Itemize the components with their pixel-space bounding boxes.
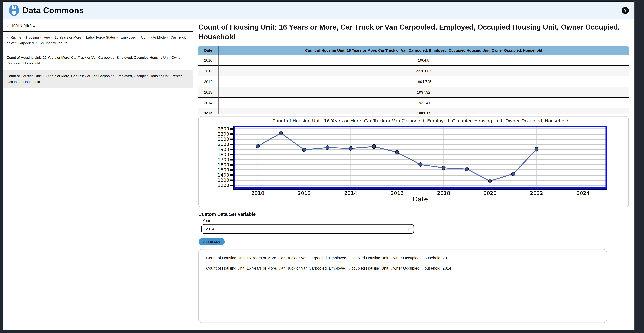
table-cell-date: 2012 <box>198 76 218 87</box>
svg-text:1700: 1700 <box>218 157 229 162</box>
table-row: 20112220.067 <box>198 65 629 76</box>
breadcrumb-segment[interactable]: Labor Force Status <box>86 35 117 39</box>
sidebar-variable-item[interactable]: Count of Housing Unit: 16 Years or More,… <box>3 70 192 88</box>
table-cell-date: 2015 <box>198 108 218 114</box>
breadcrumb-chevron-icon: < <box>35 41 38 45</box>
added-csv-item[interactable]: Count of Housing Unit: 16 Years or More,… <box>199 253 606 263</box>
added-csv-item[interactable]: Count of Housing Unit: 16 Years or More,… <box>199 263 606 273</box>
main-menu-label: MAIN MENU <box>12 23 36 27</box>
breadcrumb-segment[interactable]: 16 Years or More <box>55 35 82 39</box>
breadcrumb-chevron-icon: < <box>83 35 86 39</box>
sidebar-divider <box>3 31 192 32</box>
breadcrumb-segment[interactable]: Occupancy Tenure <box>38 41 68 45</box>
question-mark-icon: ? <box>624 8 626 13</box>
breadcrumb: < Racine < Housing < Age < 16 Years or M… <box>3 34 192 46</box>
table-header-date: Date <box>198 46 218 55</box>
table-row: 20131937.32 <box>198 87 629 97</box>
svg-text:Date: Date <box>413 196 428 203</box>
svg-text:2020: 2020 <box>484 190 496 196</box>
table-cell-value: 1937.32 <box>218 87 629 97</box>
custom-dataset-heading: Custom Data Set Variable <box>198 212 629 217</box>
app-window: Data Commons ? ← MAIN MENU < Racine < Ho… <box>3 1 634 331</box>
table-row: 20121894.725 <box>198 76 629 87</box>
table-cell-value: 1958.34 <box>218 108 629 114</box>
table-row: 20151958.34 <box>198 108 629 114</box>
data-table-scroll-area[interactable]: Date Count of Housing Unit: 16 Years or … <box>198 46 629 114</box>
breadcrumb-segment[interactable]: Housing <box>26 35 40 39</box>
data-commons-logo-icon <box>8 4 19 16</box>
svg-text:2016: 2016 <box>390 190 404 196</box>
table-row: 20141921.41 <box>198 97 629 108</box>
svg-text:2000: 2000 <box>218 142 229 147</box>
sidebar-variable-item[interactable]: Count of Housing Unit: 16 Years or More,… <box>3 51 192 70</box>
breadcrumb-chevron-icon: < <box>40 35 43 39</box>
table-cell-value: 1921.41 <box>218 97 629 108</box>
sidebar: ← MAIN MENU < Racine < Housing < Age < 1… <box>3 19 193 330</box>
table-cell-date: 2013 <box>198 87 218 97</box>
page-title: Count of Housing Unit: 16 Years or More,… <box>198 22 629 42</box>
header: Data Commons ? <box>3 2 634 19</box>
add-to-csv-button[interactable]: Add to CSV <box>199 238 225 246</box>
table-header-variable: Count of Housing Unit: 16 Years or More,… <box>218 46 629 55</box>
breadcrumb-chevron-icon: < <box>23 35 26 39</box>
table-row: 20101964.8 <box>198 55 629 65</box>
breadcrumb-chevron-icon: < <box>51 35 54 39</box>
svg-text:2300: 2300 <box>218 126 229 131</box>
svg-text:1900: 1900 <box>218 147 229 152</box>
table-cell-value: 2220.067 <box>218 65 629 76</box>
year-select[interactable]: 2014 ▼ <box>201 224 414 234</box>
svg-text:2010: 2010 <box>251 190 264 196</box>
table-body: 20101964.820112220.06720121894.725201319… <box>198 55 629 114</box>
table-cell-value: 1964.8 <box>218 55 629 65</box>
svg-text:1400: 1400 <box>218 172 229 178</box>
table-cell-date: 2010 <box>198 55 218 65</box>
breadcrumb-segment[interactable]: Racine <box>10 35 22 39</box>
breadcrumb-chevron-icon: < <box>117 35 120 39</box>
breadcrumb-chevron-icon: < <box>167 35 170 39</box>
svg-text:Count of Housing Unit: 16 Year: Count of Housing Unit: 16 Years or More,… <box>272 118 568 123</box>
year-label: Year <box>202 218 629 223</box>
main-menu-link[interactable]: ← MAIN MENU <box>3 23 192 27</box>
sidebar-variable-list: Count of Housing Unit: 16 Years or More,… <box>3 51 192 88</box>
main-panel: Count of Housing Unit: 16 Years or More,… <box>193 19 634 330</box>
breadcrumb-segment[interactable]: Employed <box>120 35 137 39</box>
chart-card: Count of Housing Unit: 16 Years or More,… <box>198 116 629 207</box>
svg-text:2200: 2200 <box>218 131 229 137</box>
breadcrumb-chevron-icon: < <box>138 35 140 39</box>
svg-text:2100: 2100 <box>218 137 229 142</box>
help-button[interactable]: ? <box>622 7 629 14</box>
breadcrumb-segment[interactable]: Age <box>44 35 51 39</box>
svg-text:1600: 1600 <box>218 162 229 167</box>
screen: Data Commons ? ← MAIN MENU < Racine < Ho… <box>0 0 644 333</box>
data-table: Date Count of Housing Unit: 16 Years or … <box>198 46 629 114</box>
table-cell-value: 1894.725 <box>218 76 629 87</box>
svg-text:2014: 2014 <box>344 190 357 196</box>
app-title: Data Commons <box>22 5 84 15</box>
chevron-down-icon: ▼ <box>406 228 410 230</box>
svg-text:2018: 2018 <box>437 190 450 196</box>
svg-text:1800: 1800 <box>218 152 229 157</box>
breadcrumb-segment[interactable]: Commute Mode <box>141 35 167 39</box>
svg-text:2022: 2022 <box>530 190 543 196</box>
breadcrumb-chevron-icon: < <box>7 35 10 39</box>
table-cell-date: 2014 <box>198 97 218 108</box>
table-cell-date: 2011 <box>198 65 218 76</box>
svg-text:2024: 2024 <box>576 190 590 196</box>
year-select-value: 2014 <box>206 227 214 231</box>
svg-text:1300: 1300 <box>218 178 229 183</box>
svg-text:1200: 1200 <box>218 183 229 188</box>
svg-text:2012: 2012 <box>298 190 311 196</box>
added-items-box: Count of Housing Unit: 16 Years or More,… <box>198 249 607 323</box>
back-arrow-icon: ← <box>6 23 10 27</box>
svg-text:1500: 1500 <box>218 167 229 172</box>
line-chart: Count of Housing Unit: 16 Years or More,… <box>199 117 628 207</box>
